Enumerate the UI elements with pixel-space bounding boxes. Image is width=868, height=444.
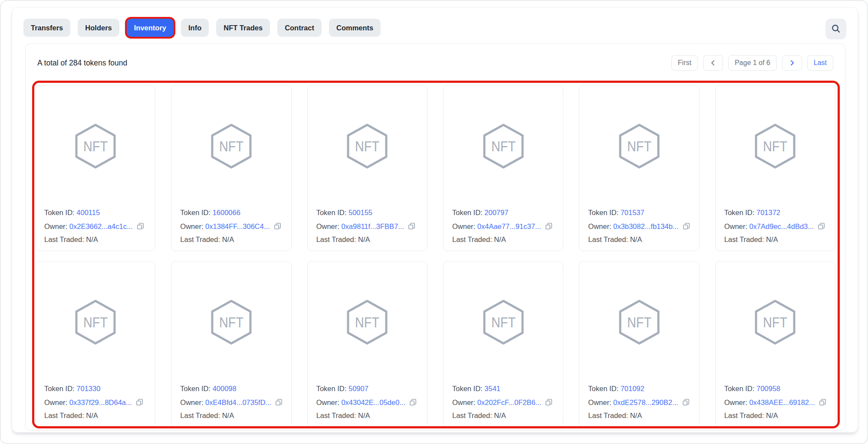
owner-address-link[interactable]: 0x43042E...05de0... [341,398,405,406]
token-id-label: Token ID: [724,385,755,392]
tab-comments[interactable]: Comments [329,19,381,37]
last-traded-value: N/A [358,411,370,419]
pagination-next-button[interactable] [782,55,802,71]
token-id-label: Token ID: [316,385,347,392]
nft-icon: NFT [71,124,120,170]
nft-icon: NFT [343,124,391,170]
copy-icon[interactable] [274,222,281,232]
svg-text:NFT: NFT [763,138,787,154]
screenshot-frame: Transfers Holders Inventory Info NFT Tra… [0,0,868,444]
search-button[interactable] [825,19,846,39]
token-id-link[interactable]: 701330 [76,385,100,392]
nft-card: NFT Token ID: 700958 Owner: 0x438 [715,261,835,427]
nft-card: NFT Token ID: 701330 Owner: 0x337 [35,261,155,427]
pagination-page-indicator: Page 1 of 6 [728,55,777,71]
tab-contract[interactable]: Contract [277,19,322,37]
nft-card: NFT Token ID: 701537 Owner: 0x3b3 [579,85,699,251]
nft-icon: NFT [615,300,664,346]
tab-label: Transfers [31,24,63,32]
copy-icon[interactable] [545,222,552,232]
nft-placeholder: NFT [308,85,427,208]
owner-address-link[interactable]: 0x1384FF...306C4... [205,222,270,230]
nft-card: NFT Token ID: 400098 Owner: 0xE4B [171,261,291,427]
owner-address-link[interactable]: 0x7Ad9ec...4dBd3... [749,222,814,230]
last-traded-label: Last Traded: [180,411,220,419]
copy-icon[interactable] [682,398,690,408]
nft-icon: NFT [615,124,664,170]
nft-card: NFT Token ID: 50907 Owner: 0x4304 [307,261,427,427]
card-info: Token ID: 50907 Owner: 0x43042E...05de0.… [308,384,427,427]
copy-icon[interactable] [819,398,826,408]
owner-address-link[interactable]: 0x337f29...8D64a... [69,398,132,406]
copy-icon[interactable] [683,222,690,232]
owner-address-link[interactable]: 0xa9811f...3FBB7... [341,222,404,230]
nft-icon: NFT [207,300,256,346]
owner-address-link[interactable]: 0xdE2578...290B2... [613,398,678,406]
svg-text:NFT: NFT [627,138,651,154]
owner-label: Owner: [44,222,67,230]
owner-address-link[interactable]: 0xE4Bfd4...0735fD... [205,398,271,406]
token-id-link[interactable]: 400115 [76,209,100,216]
pagination-last-button[interactable]: Last [807,55,833,71]
owner-label: Owner: [588,222,611,230]
token-id-link[interactable]: 701372 [756,209,780,216]
tab-transfers[interactable]: Transfers [23,19,70,37]
nft-card: NFT Token ID: 1600066 Owner: 0x13 [171,85,291,251]
copy-icon[interactable] [408,222,415,232]
total-tokens-text: A total of 284 tokens found [37,59,127,68]
nft-icon: NFT [479,124,528,170]
tab-label: Inventory [134,24,166,32]
copy-icon[interactable] [818,222,825,232]
token-id-link[interactable]: 700958 [756,385,780,392]
owner-label: Owner: [180,398,203,406]
card-info: Token ID: 700958 Owner: 0x438AEE...69182… [716,384,835,427]
owner-label: Owner: [44,398,67,406]
token-id-link[interactable]: 400098 [213,385,237,392]
copy-icon[interactable] [545,398,552,408]
token-id-link[interactable]: 200797 [484,209,508,216]
svg-text:NFT: NFT [627,314,651,330]
owner-address-link[interactable]: 0x2E3662...a4c1c... [69,222,133,230]
owner-address-link[interactable]: 0x3b3082...fb134b... [613,222,678,230]
nft-icon: NFT [751,124,799,170]
tab-label: Info [188,24,201,32]
pagination-first-button[interactable]: First [671,55,698,71]
svg-text:NFT: NFT [763,314,787,330]
svg-text:NFT: NFT [491,314,516,330]
owner-address-link[interactable]: 0x438AEE...69182... [749,398,815,406]
last-traded-value: N/A [222,411,234,419]
tab-info[interactable]: Info [181,19,209,37]
tab-inventory[interactable]: Inventory [127,19,174,37]
copy-icon[interactable] [137,222,144,232]
pagination-prev-button[interactable] [703,55,723,71]
token-id-link[interactable]: 1600066 [213,209,240,216]
nft-icon: NFT [71,300,120,346]
owner-address-link[interactable]: 0x4Aae77...91c37... [477,222,541,230]
token-id-link[interactable]: 701092 [621,385,644,392]
last-traded-label: Last Traded: [316,411,356,419]
token-id-label: Token ID: [452,385,483,392]
nft-card: NFT Token ID: 500155 Owner: 0xa98 [307,85,427,251]
token-id-label: Token ID: [724,209,755,216]
copy-icon[interactable] [275,398,282,408]
card-info: Token ID: 701330 Owner: 0x337f29...8D64a… [36,384,155,427]
copy-icon[interactable] [136,398,143,408]
nft-icon: NFT [207,124,256,170]
token-id-link[interactable]: 50907 [349,385,368,392]
owner-address-link[interactable]: 0x202FcF...0F2B6... [477,398,542,406]
owner-label: Owner: [316,398,339,406]
nft-card: NFT Token ID: 200797 Owner: 0x4Aa [443,85,563,251]
nft-placeholder: NFT [36,261,155,384]
nft-placeholder: NFT [444,85,563,208]
tab-nft-trades[interactable]: NFT Trades [216,19,270,37]
card-info: Token ID: 400115 Owner: 0x2E3662...a4c1c… [36,208,155,251]
token-id-link[interactable]: 500155 [349,209,372,216]
tab-holders[interactable]: Holders [78,19,119,37]
token-id-link[interactable]: 3541 [484,385,500,392]
search-icon [831,24,841,35]
token-id-link[interactable]: 701537 [621,209,644,216]
last-traded-value: N/A [222,235,234,243]
last-traded-value: N/A [494,411,506,419]
nft-icon: NFT [343,300,391,346]
copy-icon[interactable] [409,398,417,408]
